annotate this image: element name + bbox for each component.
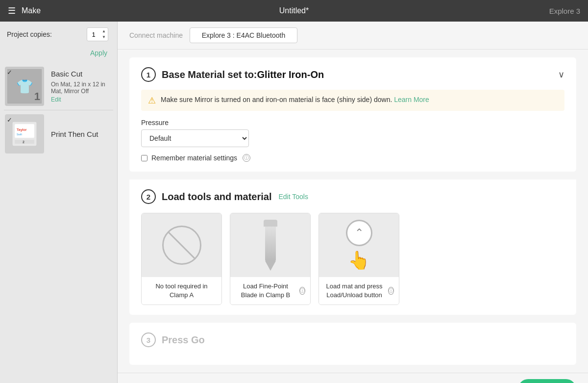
sidebar: Project copies: ▲ ▼ Apply 👕 1 ✓	[0, 22, 118, 383]
list-item[interactable]: ✓ Taylor Swift 2 Print Then Cut	[0, 110, 117, 157]
section-num-3: 3	[141, 332, 156, 347]
connect-bar: Connect machine Explore 3 : E4AC Bluetoo…	[118, 22, 588, 50]
menu-icon[interactable]: ☰	[8, 5, 16, 16]
blade-icon	[264, 220, 277, 271]
thumb-check-2: ✓	[7, 116, 12, 124]
thumb-number-1: 1	[34, 90, 40, 103]
blade-tip	[265, 261, 276, 271]
svg-text:Taylor: Taylor	[17, 128, 27, 132]
no-tool-img	[142, 213, 221, 277]
thumb-check-1: ✓	[7, 69, 12, 76]
copies-label: Project copies:	[7, 30, 87, 38]
topbar: ☰ Make Untitled* Explore 3	[0, 0, 588, 22]
page-title: Untitled*	[279, 6, 309, 15]
content-area: Connect machine Explore 3 : E4AC Bluetoo…	[118, 22, 588, 383]
thumb-shirt-icon: 👕	[16, 78, 33, 95]
apply-row: Apply	[0, 47, 117, 63]
svg-text:2: 2	[23, 140, 24, 144]
no-tool-label: No tool required in Clamp A	[142, 277, 221, 305]
tool-cards: No tool required in Clamp A Load Fine-Po…	[141, 213, 564, 305]
project-thumb-1: 👕 1 ✓	[5, 67, 44, 106]
connect-label: Connect machine	[129, 31, 183, 39]
blade-top	[264, 220, 277, 227]
pressure-label: Pressure	[141, 119, 564, 127]
load-icon: ⌃ 👆	[346, 220, 372, 271]
warning-row: ⚠ Make sure Mirror is turned on and iron…	[141, 90, 564, 111]
project-edit-1[interactable]: Edit	[51, 96, 61, 103]
section-3-header: 3 Press Go	[141, 332, 564, 347]
section-2-header: 2 Load tools and material Edit Tools	[141, 189, 564, 204]
load-mat-img: ⌃ 👆	[319, 213, 399, 277]
remember-row: Remember material settings ⓘ	[141, 154, 564, 162]
blade-label: Load Fine-Point Blade in Clamp B ⓘ	[230, 277, 310, 305]
load-mat-label: Load mat and press Load/Unload button ⓘ	[319, 277, 399, 305]
copies-input-wrap: ▲ ▼	[87, 27, 108, 41]
section-num-1: 1	[141, 67, 156, 82]
project-info-2: Print Then Cut	[51, 130, 98, 138]
finish-button[interactable]: Finish	[518, 379, 576, 383]
project-info-1: Basic Cut On Mat, 12 in x 12 in Mat, Mir…	[51, 70, 112, 103]
collapse-icon[interactable]: ∨	[558, 69, 564, 80]
copies-input[interactable]	[87, 31, 100, 38]
copies-arrows: ▲ ▼	[100, 28, 108, 40]
section-1-material: Glitter Iron-On	[257, 69, 324, 80]
blade-info-icon[interactable]: ⓘ	[299, 287, 305, 295]
thumb-grid-1: 👕 1	[7, 69, 42, 103]
tool-card-blade: Load Fine-Point Blade in Clamp B ⓘ	[230, 213, 311, 305]
copies-up-arrow[interactable]: ▲	[100, 28, 108, 34]
load-arrow-icon: ⌃	[355, 227, 364, 239]
blade-body	[265, 227, 276, 261]
make-label: Make	[22, 6, 41, 15]
edit-tools-button[interactable]: Edit Tools	[278, 193, 308, 201]
no-tool-icon	[162, 226, 201, 265]
project-label-1: Basic Cut	[51, 70, 112, 78]
blade-img	[230, 213, 310, 277]
project-label-2: Print Then Cut	[51, 130, 98, 138]
tool-card-no-tool: No tool required in Clamp A	[141, 213, 222, 305]
remember-info-icon[interactable]: ⓘ	[243, 154, 250, 162]
hand-icon: 👆	[348, 250, 370, 271]
copies-down-arrow[interactable]: ▼	[100, 34, 108, 40]
warning-text: Make sure Mirror is turned on and iron-o…	[161, 95, 429, 105]
section-3: 3 Press Go	[129, 323, 576, 365]
project-sublabel-1: On Mat, 12 in x 12 in Mat, Mirror Off	[51, 81, 112, 95]
remember-label: Remember material settings	[151, 154, 237, 162]
footer-bar: Finish	[118, 373, 588, 383]
warning-icon: ⚠	[148, 95, 156, 106]
svg-text:Swift: Swift	[17, 133, 22, 136]
pressure-select[interactable]: Default More Less	[141, 129, 249, 147]
section-1: 1 Base Material set to: Glitter Iron-On …	[129, 57, 576, 172]
section-num-2: 2	[141, 189, 156, 204]
learn-more-link[interactable]: Learn More	[394, 96, 429, 103]
load-info-icon[interactable]: ⓘ	[388, 287, 394, 295]
no-tool-line	[168, 231, 196, 259]
main-layout: Project copies: ▲ ▼ Apply 👕 1 ✓	[0, 22, 588, 383]
connect-machine-button[interactable]: Explore 3 : E4AC Bluetooth	[190, 27, 297, 43]
load-button-circle: ⌃	[346, 220, 372, 246]
thumb-img-2: Taylor Swift 2	[10, 119, 39, 149]
project-thumb-2: ✓ Taylor Swift 2	[5, 114, 44, 153]
explore-label: Explore 3	[549, 7, 580, 15]
list-item[interactable]: 👕 1 ✓ Basic Cut On Mat, 12 in x 12 in Ma…	[0, 63, 117, 110]
section-1-header: 1 Base Material set to: Glitter Iron-On …	[141, 67, 564, 82]
tool-card-load-mat: ⌃ 👆 Load mat and press Load/Unload butto…	[318, 213, 399, 305]
section-1-title: Base Material set to:	[162, 69, 257, 80]
apply-button[interactable]: Apply	[87, 47, 110, 59]
copies-row: Project copies: ▲ ▼	[0, 22, 117, 47]
section-2-title: Load tools and material	[162, 191, 271, 203]
svg-rect-4	[15, 140, 34, 144]
remember-checkbox[interactable]	[141, 155, 147, 161]
section-3-title: Press Go	[162, 334, 205, 346]
section-2: 2 Load tools and material Edit Tools No …	[129, 179, 576, 315]
